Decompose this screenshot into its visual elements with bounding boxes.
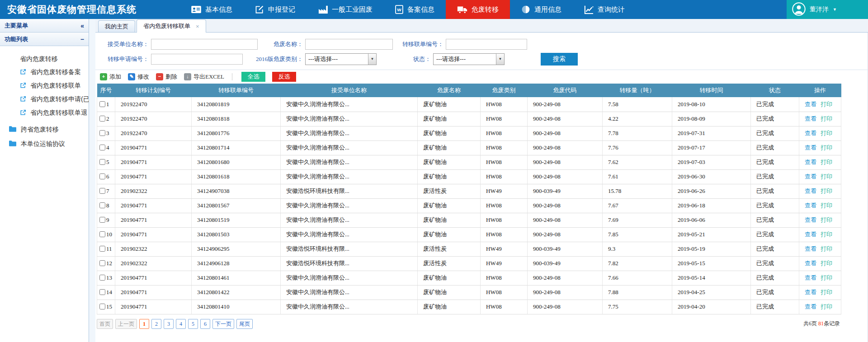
waste-name-input[interactable] [305, 39, 393, 50]
view-link[interactable]: 查看 [805, 159, 816, 165]
view-link[interactable]: 查看 [805, 173, 816, 180]
print-link[interactable]: 打印 [821, 303, 832, 310]
print-link[interactable]: 打印 [821, 115, 832, 122]
export-excel-button[interactable]: ↓ 导出EXCEL [184, 73, 224, 81]
view-link[interactable]: 查看 [805, 274, 816, 281]
tab-my-home[interactable]: 我的主页 [98, 20, 135, 32]
print-link[interactable]: 打印 [821, 144, 832, 151]
sidebar-link-item[interactable]: 省内危废转移联单退 [0, 106, 89, 120]
view-link[interactable]: 查看 [805, 144, 816, 151]
nav-item-industrial-waste[interactable]: 一般工业固废 [307, 0, 384, 19]
nav-item-general-info[interactable]: 通用信息 [510, 0, 573, 19]
view-link[interactable]: 查看 [805, 101, 816, 108]
select-arrow-icon[interactable]: ▼ [368, 54, 376, 65]
minus-icon[interactable]: − [80, 36, 84, 43]
sidebar-main-menu-header[interactable]: 主要菜单 « [0, 19, 89, 33]
category-select[interactable]: ---请选择--- ▼ [305, 53, 377, 65]
search-button[interactable]: 搜索 [541, 53, 578, 66]
nav-item-record-info[interactable]: W 备案信息 [384, 0, 446, 19]
nav-item-declare[interactable]: 申报登记 [244, 0, 307, 19]
first-page-button[interactable]: 首页 [97, 319, 113, 329]
view-link[interactable]: 查看 [805, 216, 816, 223]
nav-item-hazardous-transfer[interactable]: 危废转移 [446, 0, 510, 19]
row-checkbox[interactable] [99, 275, 105, 281]
page-number-button[interactable]: 2 [151, 319, 161, 329]
print-link[interactable]: 打印 [821, 289, 832, 295]
page-number-button[interactable]: 3 [164, 319, 174, 329]
page-number-button[interactable]: 1 [139, 319, 149, 329]
sidebar-folder-item[interactable]: 跨省危废转移 [0, 122, 89, 137]
tab-intra-province-manifest[interactable]: 省内危废转移联单 × [137, 19, 206, 33]
print-link[interactable]: 打印 [821, 173, 832, 180]
view-link[interactable]: 查看 [805, 289, 816, 295]
view-link[interactable]: 查看 [805, 130, 816, 136]
row-checkbox[interactable] [99, 188, 105, 194]
row-checkbox[interactable] [99, 159, 105, 165]
close-icon[interactable]: × [196, 23, 199, 29]
print-link[interactable]: 打印 [821, 130, 832, 136]
search-form-row-1: 接受单位名称： 危废名称： 转移联单编号： [95, 37, 868, 52]
sidebar-group-intra-province-transfer[interactable]: 省内危废转移 [0, 52, 89, 66]
cell-index: 11 [97, 242, 115, 256]
sidebar-function-list-header[interactable]: 功能列表 − [0, 33, 89, 46]
add-button[interactable]: + 添加 [100, 73, 121, 81]
print-link[interactable]: 打印 [821, 202, 832, 209]
sidebar-folder-item[interactable]: 本单位运输协议 [0, 137, 89, 151]
sidebar-link-item[interactable]: 省内危废转移备案 [0, 66, 89, 79]
apply-no-input[interactable] [151, 54, 243, 65]
sidebar-link-item[interactable]: 省内危废转移联单 [0, 79, 89, 93]
row-checkbox[interactable] [99, 260, 105, 266]
receiver-input[interactable] [151, 39, 258, 50]
select-all-button[interactable]: 全选 [241, 72, 265, 82]
view-link[interactable]: 查看 [805, 245, 816, 252]
row-checkbox[interactable] [99, 289, 105, 295]
print-link[interactable]: 打印 [821, 159, 832, 165]
edit-button[interactable]: ✎ 修改 [128, 73, 149, 81]
row-checkbox[interactable] [99, 202, 105, 208]
select-arrow-icon[interactable]: ▼ [496, 54, 504, 65]
print-link[interactable]: 打印 [821, 245, 832, 252]
collapse-left-icon[interactable]: « [80, 22, 84, 29]
row-checkbox[interactable] [99, 130, 105, 136]
row-checkbox[interactable] [99, 116, 105, 122]
nav-item-basic-info[interactable]: 基本信息 [180, 0, 244, 19]
print-link[interactable]: 打印 [821, 101, 832, 108]
print-link[interactable]: 打印 [821, 231, 832, 238]
view-link[interactable]: 查看 [805, 202, 816, 209]
delete-button[interactable]: − 删除 [156, 73, 177, 81]
view-link[interactable]: 查看 [805, 303, 816, 310]
row-checkbox[interactable] [99, 304, 105, 309]
view-link[interactable]: 查看 [805, 187, 816, 194]
row-checkbox[interactable] [99, 246, 105, 252]
view-link[interactable]: 查看 [805, 115, 816, 122]
row-checkbox[interactable] [99, 217, 105, 223]
sidebar-splitter[interactable] [89, 19, 95, 342]
prev-page-button[interactable]: 上一页 [115, 319, 137, 329]
row-checkbox[interactable] [99, 101, 105, 107]
invert-selection-button[interactable]: 反选 [272, 72, 296, 82]
view-link[interactable]: 查看 [805, 231, 816, 238]
print-link[interactable]: 打印 [821, 274, 832, 281]
row-checkbox[interactable] [99, 173, 105, 179]
last-page-button[interactable]: 尾页 [236, 319, 253, 329]
table-row: 13 201904771 34120801461 安徽中久润滑油有限公... 废… [97, 271, 841, 285]
sidebar-link-item[interactable]: 省内危废转移申请(已 [0, 93, 89, 106]
truck-icon [457, 5, 467, 14]
page-number-button[interactable]: 4 [176, 319, 186, 329]
user-menu[interactable]: 董洋洋 ▼ [787, 0, 868, 19]
row-checkbox[interactable] [99, 231, 105, 237]
page-number-button[interactable]: 5 [188, 319, 198, 329]
page-number-button[interactable]: 6 [200, 319, 210, 329]
print-link[interactable]: 打印 [821, 216, 832, 223]
cell-date: 2019-05-14 [672, 271, 751, 285]
manifest-no-input[interactable] [446, 39, 527, 50]
next-page-button[interactable]: 下一页 [212, 319, 234, 329]
cell-company: 安徽浩悦环境科技有限... [281, 242, 418, 256]
print-link[interactable]: 打印 [821, 260, 832, 267]
row-checkbox[interactable] [99, 145, 105, 150]
status-select[interactable]: ---请选择--- ▼ [433, 53, 505, 65]
nav-item-query-stats[interactable]: 查询统计 [573, 0, 636, 19]
view-link[interactable]: 查看 [805, 260, 816, 267]
sidebar-folder-label: 跨省危废转移 [21, 126, 59, 134]
print-link[interactable]: 打印 [821, 187, 832, 194]
